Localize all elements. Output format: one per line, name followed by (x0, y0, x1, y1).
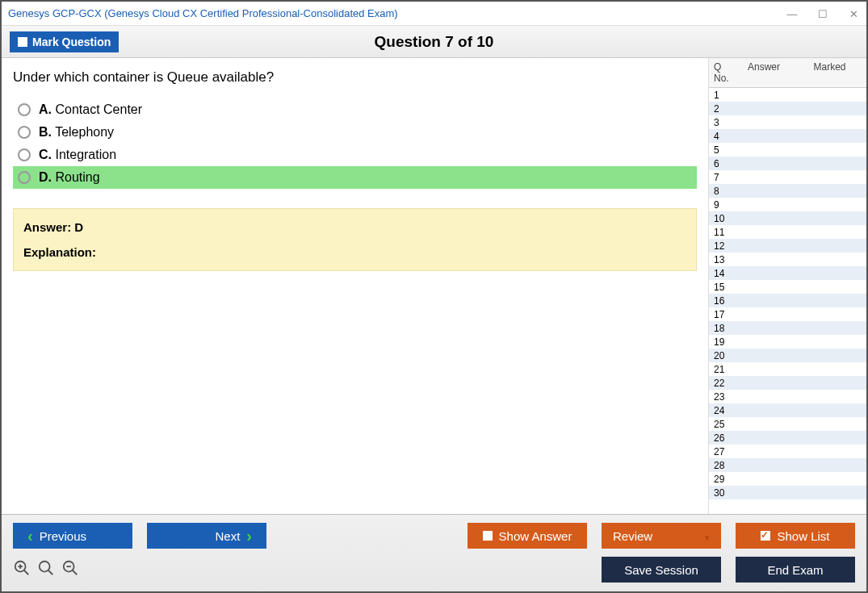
minimize-icon[interactable]: — (784, 8, 800, 20)
row-qno: 28 (709, 460, 743, 471)
question-list-row[interactable]: 9 (709, 198, 866, 211)
question-list-row[interactable]: 10 (709, 211, 866, 225)
maximize-icon[interactable]: ☐ (815, 8, 831, 20)
show-list-button[interactable]: Show List (736, 523, 855, 549)
row-qno: 11 (709, 227, 743, 238)
question-list-row[interactable]: 23 (709, 390, 866, 403)
svg-line-7 (73, 570, 78, 575)
option-label: A. Contact Center (39, 102, 142, 117)
question-list-row[interactable]: 15 (709, 280, 866, 294)
question-list-row[interactable]: 26 (709, 431, 866, 445)
row-qno: 22 (709, 378, 743, 389)
chevron-right-icon (246, 527, 252, 545)
radio-icon (18, 126, 31, 139)
question-list-body[interactable]: 1234567891011121314151617181920212223242… (709, 88, 866, 514)
option-a[interactable]: A. Contact Center (13, 98, 697, 121)
row-qno: 29 (709, 474, 743, 485)
row-qno: 24 (709, 405, 743, 416)
top-toolbar: Mark Question Question 7 of 10 (2, 26, 866, 58)
header-qno: Q No. (709, 58, 743, 87)
option-c[interactable]: C. Integration (13, 144, 697, 166)
radio-icon (18, 103, 31, 116)
mark-question-button[interactable]: Mark Question (10, 31, 119, 52)
button-row-1: Previous Next Show Answer Review Show Li… (13, 523, 855, 549)
chevron-down-icon (700, 529, 710, 543)
options-list: A. Contact CenterB. TelephonyC. Integrat… (13, 98, 697, 189)
question-list-row[interactable]: 11 (709, 225, 866, 239)
question-list-row[interactable]: 3 (709, 115, 866, 129)
question-list-row[interactable]: 18 (709, 321, 866, 335)
zoom-reset-icon[interactable] (37, 559, 55, 580)
next-label: Next (215, 529, 240, 543)
question-list-row[interactable]: 8 (709, 184, 866, 198)
row-qno: 18 (709, 323, 743, 334)
question-list-row[interactable]: 4 (709, 129, 866, 143)
review-label: Review (613, 529, 652, 543)
question-list-row[interactable]: 13 (709, 253, 866, 266)
row-qno: 27 (709, 446, 743, 457)
show-answer-button[interactable]: Show Answer (468, 523, 587, 549)
row-qno: 23 (709, 391, 743, 403)
question-list-header: Q No. Answer Marked (709, 58, 866, 88)
bottom-bar: Previous Next Show Answer Review Show Li… (2, 514, 866, 591)
answer-line: Answer: D (23, 220, 686, 234)
end-exam-button[interactable]: End Exam (736, 557, 855, 583)
window-controls: — ☐ ✕ (784, 2, 862, 26)
previous-button[interactable]: Previous (13, 523, 132, 549)
row-qno: 14 (709, 268, 743, 279)
question-list-row[interactable]: 1 (709, 88, 866, 102)
question-list-row[interactable]: 24 (709, 403, 866, 417)
option-b[interactable]: B. Telephony (13, 121, 697, 144)
question-list-row[interactable]: 22 (709, 376, 866, 390)
review-button[interactable]: Review (602, 523, 721, 549)
option-label: C. Integration (39, 148, 116, 162)
question-list-row[interactable]: 2 (709, 102, 866, 115)
question-list-row[interactable]: 27 (709, 445, 866, 458)
row-qno: 4 (709, 131, 743, 142)
next-button[interactable]: Next (147, 523, 266, 549)
save-session-button[interactable]: Save Session (602, 557, 721, 583)
zoom-in-icon[interactable] (13, 559, 31, 580)
previous-label: Previous (40, 529, 86, 543)
question-pane: Under which container is Queue available… (2, 58, 708, 514)
row-qno: 25 (709, 419, 743, 430)
row-qno: 20 (709, 350, 743, 361)
question-counter: Question 7 of 10 (375, 33, 494, 51)
option-d[interactable]: D. Routing (13, 166, 697, 189)
question-list-row[interactable]: 12 (709, 239, 866, 253)
question-list-row[interactable]: 7 (709, 170, 866, 184)
svg-line-5 (48, 570, 53, 575)
explanation-label: Explanation: (23, 245, 686, 259)
question-list-row[interactable]: 5 (709, 143, 866, 157)
radio-icon (18, 171, 31, 184)
header-marked: Marked (793, 58, 866, 87)
option-label: D. Routing (39, 170, 100, 185)
end-exam-label: End Exam (767, 563, 823, 577)
zoom-out-icon[interactable] (61, 559, 79, 580)
question-list-row[interactable]: 20 (709, 349, 866, 362)
row-qno: 6 (709, 158, 743, 169)
row-qno: 2 (709, 103, 743, 115)
question-list-row[interactable]: 6 (709, 157, 866, 170)
question-list-row[interactable]: 21 (709, 362, 866, 376)
row-qno: 19 (709, 336, 743, 348)
question-list-row[interactable]: 17 (709, 307, 866, 321)
question-list-row[interactable]: 30 (709, 486, 866, 499)
show-answer-label: Show Answer (499, 529, 572, 543)
row-qno: 3 (709, 117, 743, 128)
question-list-row[interactable]: 14 (709, 266, 866, 280)
header-answer: Answer (743, 58, 793, 87)
show-list-label: Show List (777, 529, 829, 543)
chevron-left-icon (27, 527, 33, 545)
row-qno: 1 (709, 90, 743, 101)
row-qno: 30 (709, 487, 743, 499)
question-list-row[interactable]: 28 (709, 458, 866, 472)
row-qno: 7 (709, 172, 743, 183)
question-list-row[interactable]: 19 (709, 335, 866, 349)
row-qno: 9 (709, 199, 743, 211)
question-list-row[interactable]: 29 (709, 472, 866, 486)
question-list-row[interactable]: 16 (709, 294, 866, 307)
question-list-row[interactable]: 25 (709, 417, 866, 431)
close-icon[interactable]: ✕ (845, 8, 862, 20)
mark-checkbox-icon (18, 37, 27, 47)
